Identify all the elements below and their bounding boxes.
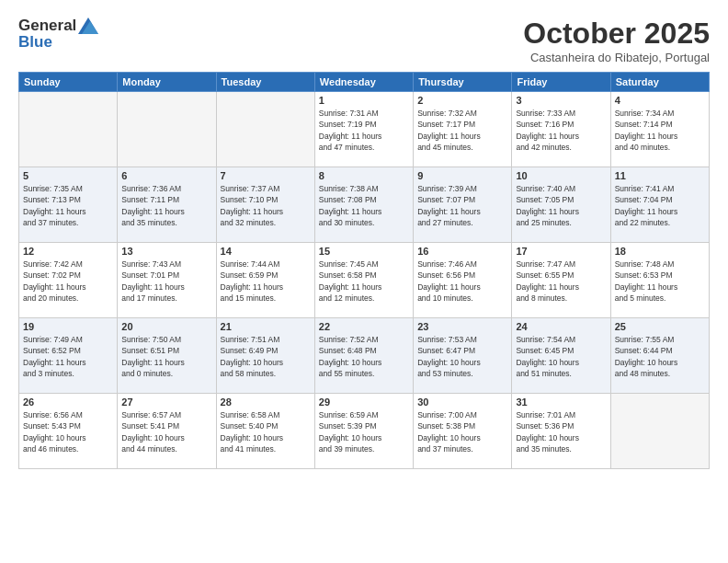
day-info: Sunrise: 7:50 AM Sunset: 6:51 PM Dayligh…	[121, 334, 211, 379]
day-number: 9	[417, 170, 507, 181]
table-row: 25Sunrise: 7:55 AM Sunset: 6:44 PM Dayli…	[610, 318, 709, 394]
table-row: 22Sunrise: 7:52 AM Sunset: 6:48 PM Dayli…	[314, 318, 413, 394]
day-info: Sunrise: 7:31 AM Sunset: 7:19 PM Dayligh…	[319, 108, 409, 153]
table-row: 3Sunrise: 7:33 AM Sunset: 7:16 PM Daylig…	[512, 92, 610, 167]
day-number: 28	[221, 396, 311, 408]
table-row: 12Sunrise: 7:42 AM Sunset: 7:02 PM Dayli…	[19, 243, 118, 318]
table-row: 17Sunrise: 7:47 AM Sunset: 6:55 PM Dayli…	[512, 243, 610, 318]
table-row: 4Sunrise: 7:34 AM Sunset: 7:14 PM Daylig…	[610, 92, 709, 167]
day-number: 27	[121, 396, 211, 408]
day-number: 5	[23, 170, 113, 181]
day-number: 3	[516, 95, 606, 106]
day-number: 24	[516, 321, 606, 332]
day-info: Sunrise: 7:34 AM Sunset: 7:14 PM Dayligh…	[615, 108, 705, 153]
calendar-week-row: 12Sunrise: 7:42 AM Sunset: 7:02 PM Dayli…	[19, 243, 710, 318]
day-info: Sunrise: 7:40 AM Sunset: 7:05 PM Dayligh…	[516, 183, 606, 228]
table-row: 15Sunrise: 7:45 AM Sunset: 6:58 PM Dayli…	[314, 243, 413, 318]
day-info: Sunrise: 7:47 AM Sunset: 6:55 PM Dayligh…	[516, 259, 606, 304]
table-row: 13Sunrise: 7:43 AM Sunset: 7:01 PM Dayli…	[118, 243, 216, 318]
table-row: 28Sunrise: 6:58 AM Sunset: 5:40 PM Dayli…	[216, 394, 314, 469]
table-row: 7Sunrise: 7:37 AM Sunset: 7:10 PM Daylig…	[216, 167, 314, 243]
header-sunday: Sunday	[19, 73, 118, 92]
day-number: 10	[516, 170, 606, 181]
table-row: 1Sunrise: 7:31 AM Sunset: 7:19 PM Daylig…	[314, 92, 413, 167]
calendar-week-row: 26Sunrise: 6:56 AM Sunset: 5:43 PM Dayli…	[19, 394, 710, 469]
day-number: 30	[417, 396, 507, 408]
day-info: Sunrise: 7:43 AM Sunset: 7:01 PM Dayligh…	[121, 259, 211, 304]
table-row: 19Sunrise: 7:49 AM Sunset: 6:52 PM Dayli…	[19, 318, 118, 394]
day-info: Sunrise: 7:37 AM Sunset: 7:10 PM Dayligh…	[221, 183, 311, 228]
table-row: 23Sunrise: 7:53 AM Sunset: 6:47 PM Dayli…	[414, 318, 512, 394]
table-row: 21Sunrise: 7:51 AM Sunset: 6:49 PM Dayli…	[216, 318, 314, 394]
logo-blue: Blue	[18, 33, 52, 52]
day-number: 22	[319, 321, 409, 332]
table-row: 20Sunrise: 7:50 AM Sunset: 6:51 PM Dayli…	[118, 318, 216, 394]
header-wednesday: Wednesday	[314, 73, 413, 92]
header-saturday: Saturday	[610, 73, 709, 92]
day-info: Sunrise: 7:32 AM Sunset: 7:17 PM Dayligh…	[417, 108, 507, 153]
day-number: 14	[221, 246, 311, 257]
table-row: 27Sunrise: 6:57 AM Sunset: 5:41 PM Dayli…	[118, 394, 216, 469]
day-number: 18	[615, 246, 705, 257]
day-info: Sunrise: 7:33 AM Sunset: 7:16 PM Dayligh…	[516, 108, 606, 153]
logo: General Blue	[18, 17, 98, 52]
day-number: 15	[319, 246, 409, 257]
day-info: Sunrise: 7:49 AM Sunset: 6:52 PM Dayligh…	[23, 334, 113, 379]
day-number: 2	[417, 95, 507, 106]
header: General Blue October 2025 Castanheira do…	[18, 17, 710, 64]
day-number: 17	[516, 246, 606, 257]
day-info: Sunrise: 7:35 AM Sunset: 7:13 PM Dayligh…	[23, 183, 113, 228]
day-number: 20	[121, 321, 211, 332]
table-row: 26Sunrise: 6:56 AM Sunset: 5:43 PM Dayli…	[19, 394, 118, 469]
day-info: Sunrise: 7:41 AM Sunset: 7:04 PM Dayligh…	[615, 183, 705, 228]
day-number: 23	[417, 321, 507, 332]
day-info: Sunrise: 6:58 AM Sunset: 5:40 PM Dayligh…	[221, 409, 311, 454]
logo-icon	[78, 17, 98, 34]
day-info: Sunrise: 7:54 AM Sunset: 6:45 PM Dayligh…	[516, 334, 606, 379]
calendar-week-row: 5Sunrise: 7:35 AM Sunset: 7:13 PM Daylig…	[19, 167, 710, 243]
calendar-week-row: 1Sunrise: 7:31 AM Sunset: 7:19 PM Daylig…	[19, 92, 710, 167]
day-info: Sunrise: 7:46 AM Sunset: 6:56 PM Dayligh…	[417, 259, 507, 304]
table-row: 16Sunrise: 7:46 AM Sunset: 6:56 PM Dayli…	[414, 243, 512, 318]
header-monday: Monday	[118, 73, 216, 92]
day-number: 16	[417, 246, 507, 257]
header-tuesday: Tuesday	[216, 73, 314, 92]
day-info: Sunrise: 7:39 AM Sunset: 7:07 PM Dayligh…	[417, 183, 507, 228]
day-number: 1	[319, 95, 409, 106]
table-row: 18Sunrise: 7:48 AM Sunset: 6:53 PM Dayli…	[610, 243, 709, 318]
day-info: Sunrise: 7:00 AM Sunset: 5:38 PM Dayligh…	[417, 409, 507, 454]
table-row: 2Sunrise: 7:32 AM Sunset: 7:17 PM Daylig…	[414, 92, 512, 167]
location-subtitle: Castanheira do Ribatejo, Portugal	[523, 51, 710, 64]
day-info: Sunrise: 6:56 AM Sunset: 5:43 PM Dayligh…	[23, 409, 113, 454]
logo-general: General	[18, 17, 76, 35]
day-info: Sunrise: 7:52 AM Sunset: 6:48 PM Dayligh…	[319, 334, 409, 379]
day-number: 25	[615, 321, 705, 332]
day-number: 8	[319, 170, 409, 181]
day-info: Sunrise: 7:53 AM Sunset: 6:47 PM Dayligh…	[417, 334, 507, 379]
day-info: Sunrise: 7:42 AM Sunset: 7:02 PM Dayligh…	[23, 259, 113, 304]
table-row: 5Sunrise: 7:35 AM Sunset: 7:13 PM Daylig…	[19, 167, 118, 243]
header-thursday: Thursday	[414, 73, 512, 92]
day-number: 6	[121, 170, 211, 181]
table-row	[216, 92, 314, 167]
title-block: October 2025 Castanheira do Ribatejo, Po…	[523, 17, 710, 64]
table-row: 9Sunrise: 7:39 AM Sunset: 7:07 PM Daylig…	[414, 167, 512, 243]
table-row: 31Sunrise: 7:01 AM Sunset: 5:36 PM Dayli…	[512, 394, 610, 469]
table-row: 10Sunrise: 7:40 AM Sunset: 7:05 PM Dayli…	[512, 167, 610, 243]
day-number: 13	[121, 246, 211, 257]
table-row: 24Sunrise: 7:54 AM Sunset: 6:45 PM Dayli…	[512, 318, 610, 394]
day-info: Sunrise: 7:55 AM Sunset: 6:44 PM Dayligh…	[615, 334, 705, 379]
table-row: 8Sunrise: 7:38 AM Sunset: 7:08 PM Daylig…	[314, 167, 413, 243]
day-info: Sunrise: 7:44 AM Sunset: 6:59 PM Dayligh…	[221, 259, 311, 304]
day-number: 29	[319, 396, 409, 408]
day-number: 19	[23, 321, 113, 332]
day-number: 26	[23, 396, 113, 408]
day-number: 31	[516, 396, 606, 408]
table-row: 29Sunrise: 6:59 AM Sunset: 5:39 PM Dayli…	[314, 394, 413, 469]
day-info: Sunrise: 7:01 AM Sunset: 5:36 PM Dayligh…	[516, 409, 606, 454]
day-info: Sunrise: 6:57 AM Sunset: 5:41 PM Dayligh…	[121, 409, 211, 454]
day-info: Sunrise: 7:45 AM Sunset: 6:58 PM Dayligh…	[319, 259, 409, 304]
day-number: 12	[23, 246, 113, 257]
day-info: Sunrise: 7:48 AM Sunset: 6:53 PM Dayligh…	[615, 259, 705, 304]
table-row: 11Sunrise: 7:41 AM Sunset: 7:04 PM Dayli…	[610, 167, 709, 243]
